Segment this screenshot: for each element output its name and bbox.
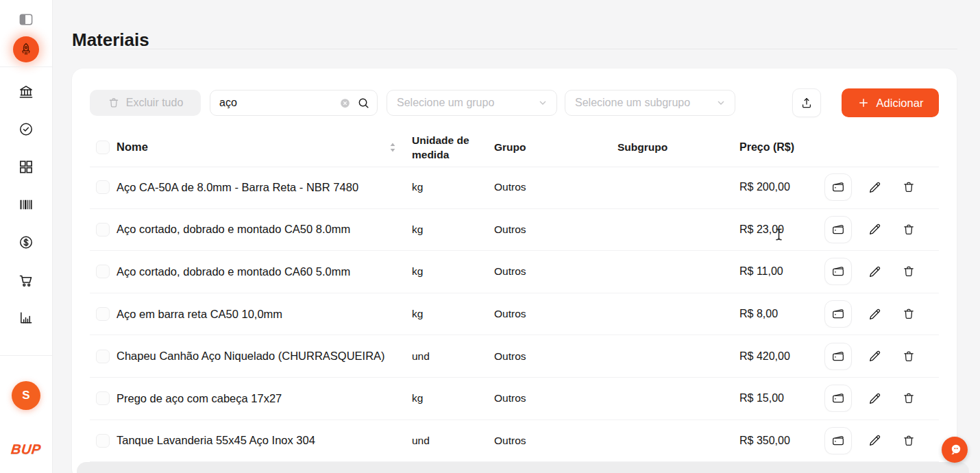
- row-checkbox[interactable]: [96, 265, 110, 278]
- delete-button[interactable]: [901, 306, 917, 322]
- table-header: Nome Unidade de medida Grupo Subgrupo Pr…: [90, 128, 939, 167]
- table-row: Aço CA-50A de 8.0mm - Barra Reta - NBR 7…: [90, 167, 939, 209]
- header-divider: [72, 49, 957, 49]
- material-group: Outros: [494, 223, 617, 236]
- subgroup-select[interactable]: Selecione um subgrupo: [565, 90, 735, 116]
- delete-button[interactable]: [901, 390, 917, 407]
- row-checkbox[interactable]: [96, 307, 110, 321]
- sidebar-item-barcode[interactable]: [19, 197, 34, 213]
- material-price: R$ 8,00: [739, 308, 824, 320]
- edit-button[interactable]: [866, 179, 883, 195]
- sidebar-item-rocket-active[interactable]: [13, 36, 39, 62]
- add-button-label: Adicionar: [877, 97, 924, 110]
- delete-button[interactable]: [901, 263, 917, 280]
- sidebar-toggle-button[interactable]: [19, 12, 34, 27]
- sidebar-item-purchases[interactable]: [18, 272, 34, 289]
- delete-button[interactable]: [901, 221, 917, 238]
- wallet-button[interactable]: [824, 300, 852, 328]
- row-checkbox[interactable]: [96, 223, 110, 236]
- row-checkbox[interactable]: [96, 350, 110, 363]
- wallet-button[interactable]: [824, 173, 852, 201]
- group-select[interactable]: Selecione um grupo: [387, 90, 557, 116]
- add-button[interactable]: Adicionar: [842, 88, 939, 117]
- material-unit: und: [412, 350, 494, 363]
- select-all-checkbox[interactable]: [96, 141, 110, 154]
- chat-widget-button[interactable]: [942, 437, 968, 463]
- trash-icon: [902, 391, 916, 405]
- plus-icon: [857, 97, 870, 109]
- material-group: Outros: [494, 265, 617, 278]
- material-unit: kg: [412, 308, 494, 320]
- material-name: Tanque Lavanderia 55x45 Aço Inox 304: [117, 434, 315, 447]
- trash-icon: [902, 350, 916, 363]
- sidebar-item-bank[interactable]: [19, 84, 34, 100]
- material-name: Aço em barra reta CA50 10,0mm: [117, 308, 282, 321]
- material-group: Outros: [494, 350, 617, 363]
- table-row: Aço em barra reta CA50 10,0mm kg Outros …: [90, 293, 939, 336]
- pencil-icon: [868, 222, 882, 236]
- sidebar-item-modules[interactable]: [19, 159, 34, 175]
- wallet-icon: [831, 391, 845, 405]
- clear-search-icon[interactable]: [339, 97, 351, 109]
- search-input[interactable]: aço: [210, 90, 378, 116]
- delete-button[interactable]: [901, 433, 917, 449]
- material-name: Chapeu Canhão Aço Niquelado (CHURRASQUEI…: [117, 350, 385, 363]
- wallet-button[interactable]: [824, 385, 852, 412]
- material-group: Outros: [494, 308, 617, 320]
- delete-all-button[interactable]: Excluir tudo: [90, 90, 201, 116]
- delete-button[interactable]: [901, 179, 917, 195]
- wallet-button[interactable]: [824, 427, 852, 454]
- edit-button[interactable]: [866, 348, 883, 365]
- page-title: Materiais: [72, 29, 149, 51]
- trash-icon: [902, 223, 916, 236]
- import-button[interactable]: [792, 88, 821, 117]
- trash-icon: [902, 307, 916, 321]
- edit-button[interactable]: [866, 390, 883, 407]
- wallet-button[interactable]: [824, 258, 852, 285]
- material-price: R$ 15,00: [739, 392, 824, 404]
- cart-icon: [18, 272, 34, 289]
- sidebar-item-tasks[interactable]: [19, 121, 34, 137]
- edit-button[interactable]: [866, 306, 883, 322]
- delete-button[interactable]: [901, 348, 917, 365]
- search-value: aço: [219, 97, 339, 109]
- edit-button[interactable]: [866, 433, 883, 449]
- wallet-icon: [831, 434, 845, 448]
- wallet-icon: [831, 307, 845, 321]
- row-checkbox[interactable]: [96, 180, 110, 194]
- search-icon[interactable]: [357, 97, 370, 110]
- sort-arrows-icon[interactable]: [388, 141, 397, 154]
- edit-button[interactable]: [866, 221, 883, 238]
- bar-chart-icon: [19, 310, 34, 326]
- table-body: Aço CA-50A de 8.0mm - Barra Reta - NBR 7…: [90, 167, 939, 462]
- trash-icon: [902, 180, 916, 194]
- subgroup-select-placeholder: Selecione um subgrupo: [575, 97, 690, 109]
- material-price: R$ 11,00: [739, 265, 824, 278]
- barcode-icon: [19, 197, 34, 213]
- material-name: Aço CA-50A de 8.0mm - Barra Reta - NBR 7…: [117, 181, 358, 194]
- check-circle-icon: [19, 121, 34, 137]
- sidebar-item-reports[interactable]: [19, 310, 34, 326]
- wallet-button[interactable]: [824, 216, 852, 243]
- delete-all-label: Excluir tudo: [126, 97, 184, 109]
- edit-button[interactable]: [866, 263, 883, 280]
- trash-icon: [902, 434, 916, 448]
- sidebar-divider: [0, 66, 52, 67]
- bank-icon: [19, 84, 34, 100]
- row-checkbox[interactable]: [96, 391, 110, 405]
- dollar-circle-icon: [19, 234, 34, 250]
- sidebar-item-finance[interactable]: [19, 234, 34, 250]
- material-unit: kg: [412, 392, 494, 404]
- pencil-icon: [868, 433, 882, 448]
- chevron-down-icon: [537, 97, 548, 108]
- row-checkbox[interactable]: [96, 434, 110, 448]
- chat-avatar-icon: [946, 441, 964, 459]
- material-unit: kg: [412, 265, 494, 278]
- wallet-button[interactable]: [824, 343, 852, 370]
- sidebar-divider: [0, 355, 52, 356]
- chevron-down-icon: [715, 97, 726, 108]
- material-group: Outros: [494, 392, 617, 404]
- user-avatar[interactable]: S: [12, 381, 40, 410]
- brand-logo: BUP: [11, 441, 41, 457]
- material-unit: kg: [412, 181, 494, 193]
